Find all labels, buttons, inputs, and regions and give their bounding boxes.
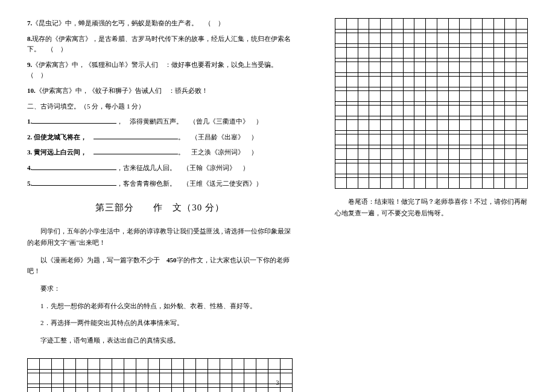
question-9: 9.《伊索寓言》中，《狐狸和山羊》警示人们 ：做好事也要看对象，以免上当受骗。 … [27, 60, 293, 81]
topic-num: 450 [166, 256, 177, 264]
left-column: 7.《昆虫记》中，蝉是顽强的乞丐，蚂蚁是勤奋的生产者。 （ ） 8.现存的《伊索… [27, 18, 293, 392]
requirement-final: 字迹工整，语句通顺，表达出自己的真情实感。 [27, 335, 293, 346]
requirement-1: 1．先想一想你的老师有什么突出的特点，如外貌、衣着、性格、喜好等。 [27, 300, 293, 312]
closing-text: 卷尾语：结束啦！做完了吗？老师恭喜你！不过，请你们再耐心地复查一遍，可不要交完卷… [335, 196, 528, 218]
p4-pre: 4. [27, 164, 32, 171]
p2-suf: 。 （王昌龄《出塞》 ） [178, 133, 258, 141]
q9-text: 《伊索寓言》中，《狐狸和山羊》警示人们 ：做好事也要看对象，以免上当受骗。 （ … [27, 61, 284, 79]
question-10: 10.《伊索寓言》中，《蚊子和狮子》告诫人们 ：骄兵必败！ [27, 86, 293, 96]
section-title-text: 第三部分 作 文（30 分） [95, 203, 224, 212]
p5-pre: 5. [27, 180, 32, 187]
blank-2[interactable] [94, 132, 178, 139]
poem-5: 5.，客舍青青柳色新。 （王维《送元二使安西》） [27, 179, 293, 189]
p3-pre: 3. 黄河远上白云间， [27, 148, 94, 156]
poem-title: 二、古诗词填空。（5 分，每小题 1 分） [27, 101, 293, 112]
blank-3[interactable] [94, 147, 178, 154]
question-8: 8.现存的《伊索寓言》，是古希腊、古罗马时代传下来的故事，经后人汇集，统归在伊索… [27, 34, 293, 55]
requirement-2: 2．再选择一两件能突出其特点的具体事情来写。 [27, 317, 293, 329]
intro-paragraph: 同学们，五年的小学生活中，老师的谆谆教导让我们受益匪浅 , 请选择一位你印象最深… [27, 226, 293, 248]
p1-pre: 1. [27, 118, 32, 125]
poem-2: 2. 但使龙城飞将在， 。 （王昌龄《出塞》 ） [27, 132, 293, 143]
requirements-label: 要求： [27, 283, 293, 294]
blank-1[interactable] [32, 116, 116, 124]
poem-4: 4.，古来征战几人回。 （王翰《凉州词》 ） [27, 163, 293, 174]
writing-grid-right[interactable] [335, 18, 528, 189]
q7-text: 《昆虫记》中，蝉是顽强的乞丐，蚂蚁是勤奋的生产者。 （ ） [32, 19, 224, 27]
page-number: 3 [276, 379, 279, 386]
poem-1: 1.， 添得黄鹂四五声。 （曾几《三衢道中》 ） [27, 116, 293, 127]
p1-suf: ， 添得黄鹂四五声。 （曾几《三衢道中》 ） [116, 118, 262, 125]
p2-pre: 2. 但使龙城飞将在， [27, 133, 94, 141]
poem-3: 3. 黄河远上白云间， 。 王之涣《凉州词》 ） [27, 147, 293, 158]
topic-pre: 以《漫画老师》为题，写一篇字数不少于 [40, 256, 166, 264]
p4-suf: ，古来征战几人回。 （王翰《凉州词》 ） [116, 164, 249, 171]
p3-suf: 。 王之涣《凉州词》 ） [178, 148, 258, 156]
section-title: 第三部分 作 文（30 分） [27, 202, 293, 213]
right-column: 卷尾语：结束啦！做完了吗？老师恭喜你！不过，请你们再耐心地复查一遍，可不要交完卷… [335, 18, 528, 218]
blank-4[interactable] [32, 163, 116, 170]
p5-suf: ，客舍青青柳色新。 （王维《送元二使安西》） [116, 180, 262, 187]
blank-5[interactable] [32, 179, 116, 186]
topic-paragraph: 以《漫画老师》为题，写一篇字数不少于 450字的作文，让大家也认识一下你的老师吧… [27, 254, 293, 277]
q10-pre: 10. [27, 87, 36, 94]
q10-text: 《伊索寓言》中，《蚊子和狮子》告诫人们 ：骄兵必败！ [36, 87, 208, 94]
question-7: 7.《昆虫记》中，蝉是顽强的乞丐，蚂蚁是勤奋的生产者。 （ ） [27, 18, 293, 29]
writing-grid-left[interactable] [27, 358, 293, 392]
q8-text: 现存的《伊索寓言》，是古希腊、古罗马时代传下来的故事，经后人汇集，统归在伊索名下… [27, 35, 291, 53]
